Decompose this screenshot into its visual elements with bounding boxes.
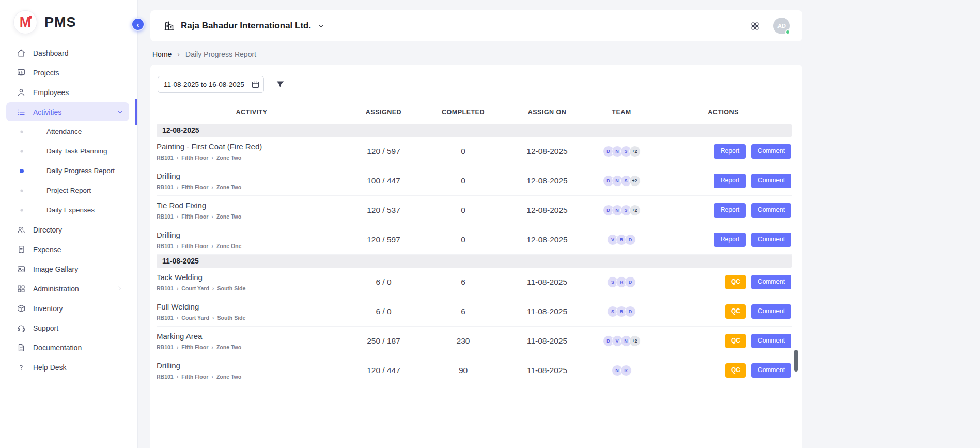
sidebar-item-employees[interactable]: Employees bbox=[6, 83, 129, 102]
assigned-value: 120 / 537 bbox=[347, 206, 421, 215]
sidebar-subitem-daily-expenses[interactable]: Daily Expenses bbox=[6, 200, 129, 220]
sidebar-subitem-daily-task-planning[interactable]: Daily Task Planning bbox=[6, 142, 129, 161]
comment-button[interactable]: Comment bbox=[751, 233, 791, 247]
activity-path: RB101›Fifth Floor›Zone Two bbox=[157, 213, 347, 220]
bullet-icon bbox=[20, 209, 23, 211]
inventory-icon bbox=[17, 304, 26, 313]
qc-button[interactable]: QC bbox=[725, 363, 746, 378]
activity-name: Drilling bbox=[157, 361, 347, 370]
path-segment: Fifth Floor bbox=[181, 374, 208, 380]
team-avatar: D bbox=[625, 276, 636, 288]
column-header-completed: COMPLETED bbox=[421, 109, 506, 116]
table-row: Marking Area RB101›Fifth Floor›Zone Two … bbox=[157, 327, 792, 356]
sidebar-item-support[interactable]: Support bbox=[6, 318, 129, 337]
breadcrumb-home[interactable]: Home bbox=[152, 50, 172, 58]
team-avatars: VRD bbox=[588, 234, 655, 245]
company-name: Raja Bahadur International Ltd. bbox=[181, 21, 311, 31]
comment-button[interactable]: Comment bbox=[751, 304, 791, 319]
team-extra-badge: +2 bbox=[629, 335, 641, 347]
sidebar-item-expense[interactable]: Expense bbox=[6, 240, 129, 259]
sidebar-item-label: Directory bbox=[33, 226, 62, 234]
activity-path: RB101›Fifth Floor›Zone Two bbox=[157, 344, 347, 350]
sidebar-item-help-desk[interactable]: Help Desk bbox=[6, 358, 129, 377]
chevron-right-icon: › bbox=[177, 286, 179, 291]
bullet-icon bbox=[20, 169, 24, 173]
date-range-field bbox=[158, 76, 264, 93]
team-avatars: DNS+2 bbox=[588, 146, 655, 157]
calendar-icon[interactable] bbox=[251, 80, 260, 89]
qc-button[interactable]: QC bbox=[725, 334, 746, 348]
projects-icon bbox=[17, 68, 26, 78]
activity-name: Marking Area bbox=[157, 332, 347, 341]
team-avatar: D bbox=[625, 234, 636, 245]
activity-cell: Drilling RB101›Fifth Floor›Zone Two bbox=[157, 172, 347, 190]
chevron-down-icon bbox=[317, 22, 325, 30]
activity-cell: Drilling RB101›Fifth Floor›Zone One bbox=[157, 230, 347, 249]
report-card: ACTIVITYASSIGNEDCOMPLETEDASSIGN ONTEAMAC… bbox=[150, 65, 802, 448]
activity-cell: Marking Area RB101›Fifth Floor›Zone Two bbox=[157, 332, 347, 350]
chevron-right-icon: › bbox=[212, 315, 214, 321]
team-extra-badge: +2 bbox=[629, 205, 641, 216]
sidebar-item-label: Activities bbox=[33, 108, 61, 116]
sidebar-item-activities[interactable]: Activities bbox=[6, 102, 129, 121]
assigned-value: 120 / 597 bbox=[347, 235, 421, 244]
team-avatar: D bbox=[625, 306, 636, 317]
chevron-right-icon: › bbox=[211, 345, 213, 350]
activity-cell: Painting - First Coat (Fire Red) RB101›F… bbox=[157, 142, 347, 161]
chevron-right-icon: › bbox=[177, 155, 179, 161]
chevron-right-icon: › bbox=[211, 214, 213, 220]
comment-button[interactable]: Comment bbox=[751, 203, 791, 218]
sidebar-subitem-label: Daily Task Planning bbox=[46, 147, 107, 155]
sidebar-subitem-daily-progress-report[interactable]: Daily Progress Report bbox=[6, 161, 129, 180]
assign-on-value: 11-08-2025 bbox=[506, 277, 588, 287]
app-name: PMS bbox=[44, 14, 76, 30]
assigned-value: 100 / 447 bbox=[347, 176, 421, 186]
sidebar-item-label: Support bbox=[33, 324, 58, 332]
activity-cell: Full Welding RB101›Court Yard›South Side bbox=[157, 302, 347, 321]
sidebar-item-directory[interactable]: Directory bbox=[6, 220, 129, 239]
sidebar-item-dashboard[interactable]: Dashboard bbox=[6, 43, 129, 63]
row-actions: QCComment bbox=[655, 363, 792, 378]
report-button[interactable]: Report bbox=[714, 233, 746, 247]
qc-button[interactable]: QC bbox=[725, 304, 746, 319]
sidebar-subitem-attendance[interactable]: Attendance bbox=[6, 122, 129, 141]
activity-name: Tie Rod Fixing bbox=[157, 201, 347, 210]
table-row: Full Welding RB101›Court Yard›South Side… bbox=[157, 297, 792, 327]
sidebar-collapse-button[interactable]: ‹ bbox=[131, 18, 145, 31]
activity-path: RB101›Fifth Floor›Zone Two bbox=[157, 184, 347, 190]
table-row: Drilling RB101›Fifth Floor›Zone One 120 … bbox=[157, 225, 792, 255]
report-button[interactable]: Report bbox=[714, 203, 746, 218]
comment-button[interactable]: Comment bbox=[751, 334, 791, 348]
docs-icon bbox=[17, 343, 26, 352]
path-segment: South Side bbox=[217, 285, 246, 291]
apps-grid-icon[interactable] bbox=[750, 21, 760, 31]
user-avatar[interactable]: AD bbox=[773, 18, 790, 34]
filter-icon[interactable] bbox=[275, 80, 285, 89]
report-button[interactable]: Report bbox=[714, 174, 746, 188]
scrollbar-thumb[interactable] bbox=[794, 350, 798, 372]
date-range-input[interactable] bbox=[158, 76, 264, 93]
sidebar-item-image-gallary[interactable]: Image Gallary bbox=[6, 259, 129, 279]
sidebar-item-administration[interactable]: Administration bbox=[6, 279, 129, 298]
column-header-actions: ACTIONS bbox=[655, 109, 792, 116]
comment-button[interactable]: Comment bbox=[751, 363, 791, 378]
path-segment: RB101 bbox=[157, 155, 174, 161]
team-avatars: DNS+2 bbox=[588, 175, 655, 187]
sidebar-item-inventory[interactable]: Inventory bbox=[6, 299, 129, 318]
qc-button[interactable]: QC bbox=[725, 275, 746, 289]
team-avatar: R bbox=[620, 365, 632, 376]
path-segment: RB101 bbox=[157, 315, 174, 321]
comment-button[interactable]: Comment bbox=[751, 174, 791, 188]
comment-button[interactable]: Comment bbox=[751, 275, 791, 289]
sidebar-subitem-project-report[interactable]: Project Report bbox=[6, 181, 129, 200]
date-group-row: 11-08-2025 bbox=[157, 255, 792, 268]
sidebar-item-projects[interactable]: Projects bbox=[6, 63, 129, 82]
path-segment: Zone One bbox=[216, 243, 241, 249]
chevron-right-icon: › bbox=[211, 155, 213, 161]
report-button[interactable]: Report bbox=[714, 144, 746, 159]
company-selector[interactable]: Raja Bahadur International Ltd. bbox=[164, 21, 325, 32]
assign-on-value: 12-08-2025 bbox=[506, 176, 588, 186]
sidebar-item-documentation[interactable]: Documentation bbox=[6, 338, 129, 357]
path-segment: Zone Two bbox=[216, 344, 241, 350]
comment-button[interactable]: Comment bbox=[751, 144, 791, 159]
